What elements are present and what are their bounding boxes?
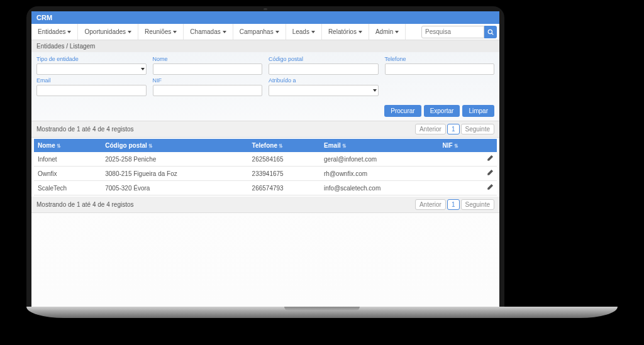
cell-nif xyxy=(439,181,482,195)
pager-prev[interactable]: Anterior xyxy=(415,124,446,134)
filter-form: Tipo de entidade Nome Código postal Tele… xyxy=(31,52,499,102)
cell-telefone: 262584165 xyxy=(248,152,320,167)
chevron-down-icon xyxy=(223,31,226,33)
exportar-button[interactable]: Exportar xyxy=(424,105,460,117)
breadcrumb-sep: / xyxy=(66,43,68,50)
sort-icon: ⇅ xyxy=(148,143,153,149)
nav-relatorios[interactable]: Relatórios xyxy=(322,24,369,40)
nav-chamadas[interactable]: Chamadas xyxy=(184,24,233,40)
filter-label-telefone: Telefone xyxy=(385,56,495,62)
filter-email[interactable] xyxy=(36,85,147,96)
chevron-down-icon xyxy=(275,31,279,33)
limpar-button[interactable]: Limpar xyxy=(462,105,494,117)
cell-email: info@scaletech.com xyxy=(320,181,438,195)
pager-next[interactable]: Seguinte xyxy=(461,199,494,210)
nav-label: Relatórios xyxy=(328,28,357,35)
filter-label-tipo: Tipo de entidade xyxy=(36,56,147,62)
nav-reunioes[interactable]: Reuniões xyxy=(138,24,184,40)
chevron-down-icon xyxy=(173,31,177,33)
filter-tipo-entidade[interactable] xyxy=(36,63,147,75)
filter-label-cp: Código postal xyxy=(269,56,379,62)
nav-label: Admin xyxy=(375,28,393,35)
nav-leads[interactable]: Leads xyxy=(286,24,322,40)
sort-icon: ⇅ xyxy=(454,143,458,149)
main-nav: Entidades Oportunidades Reuniões Chamada… xyxy=(31,24,499,40)
cell-cp: 7005-320 Évora xyxy=(101,181,248,195)
sort-icon: ⇅ xyxy=(279,143,283,149)
table-info-bottom: Mostrando de 1 até 4 de 4 registos xyxy=(36,201,415,208)
nav-label: Leads xyxy=(292,28,309,35)
nav-label: Chamadas xyxy=(190,28,220,35)
nav-oportunidades[interactable]: Oportunidades xyxy=(78,24,138,40)
webcam-notch xyxy=(264,8,267,10)
chevron-down-icon xyxy=(311,31,315,33)
chevron-down-icon xyxy=(67,31,71,33)
pager-next[interactable]: Seguinte xyxy=(461,124,494,134)
table-row: ScaleTech7005-320 Évora266574793info@sca… xyxy=(34,181,497,195)
app-brand: CRM xyxy=(31,11,499,24)
sort-icon: ⇅ xyxy=(342,143,347,149)
chevron-down-icon xyxy=(395,31,399,33)
col-label: Nome xyxy=(38,142,55,149)
nav-label: Oportunidades xyxy=(84,28,126,35)
cell-nome: Ownfix xyxy=(34,167,101,181)
cell-email: rh@ownfix.com xyxy=(320,167,438,181)
global-search-input[interactable] xyxy=(421,26,484,38)
col-nome[interactable]: Nome⇅ xyxy=(34,139,101,152)
filter-label-nome: Nome xyxy=(153,56,263,62)
filter-label-nif: NIF xyxy=(153,77,263,84)
cell-nif xyxy=(439,152,482,167)
filter-atribuido-a[interactable] xyxy=(269,85,379,96)
pager-bottom: Anterior 1 Seguinte xyxy=(415,199,494,210)
cell-email: geral@infonet.com xyxy=(320,152,438,167)
edit-icon[interactable] xyxy=(487,155,493,162)
cell-telefone: 233941675 xyxy=(248,167,320,181)
cell-nome: ScaleTech xyxy=(34,181,101,195)
col-cp[interactable]: Código postal⇅ xyxy=(101,139,248,152)
cell-nome: Infonet xyxy=(34,152,101,167)
nav-entidades[interactable]: Entidades xyxy=(31,24,78,40)
filter-nif[interactable] xyxy=(153,85,263,96)
edit-icon[interactable] xyxy=(487,184,493,190)
pager-top: Anterior 1 Seguinte xyxy=(415,124,494,134)
pager-page-1[interactable]: 1 xyxy=(447,124,460,134)
cell-cp: 2025-258 Peniche xyxy=(101,152,248,167)
filter-codigo-postal[interactable] xyxy=(269,63,379,75)
results-table: Nome⇅ Código postal⇅ Telefone⇅ Email⇅ NI… xyxy=(34,139,497,195)
laptop-base xyxy=(26,307,618,318)
col-nif[interactable]: NIF⇅ xyxy=(439,139,482,152)
pager-page-1[interactable]: 1 xyxy=(447,199,460,210)
breadcrumb: Entidades / Listagem xyxy=(31,40,499,52)
filter-label-atribuido: Atribuído a xyxy=(269,77,379,84)
nav-campanhas[interactable]: Campanhas xyxy=(233,24,286,40)
col-label: Email xyxy=(324,142,341,149)
filter-telefone[interactable] xyxy=(385,63,495,75)
col-label: NIF xyxy=(443,142,453,149)
svg-line-1 xyxy=(492,33,494,35)
col-telefone[interactable]: Telefone⇅ xyxy=(248,139,320,152)
filter-nome[interactable] xyxy=(153,63,263,75)
sort-asc-icon: ⇅ xyxy=(57,143,61,149)
pager-prev[interactable]: Anterior xyxy=(415,199,446,210)
procurar-button[interactable]: Procurar xyxy=(384,105,421,117)
search-icon xyxy=(487,29,494,35)
global-search-button[interactable] xyxy=(484,26,497,38)
table-row: Ownfix3080-215 Figueira da Foz233941675r… xyxy=(34,167,497,181)
svg-point-0 xyxy=(488,30,492,33)
edit-icon[interactable] xyxy=(487,170,493,176)
table-info-top: Mostrando de 1 até 4 de 4 registos xyxy=(36,126,415,133)
nav-label: Entidades xyxy=(38,28,65,35)
cell-nif xyxy=(439,167,482,181)
cell-telefone: 266574793 xyxy=(248,181,320,195)
col-email[interactable]: Email⇅ xyxy=(320,139,438,152)
nav-admin[interactable]: Admin xyxy=(369,24,406,40)
nav-label: Reuniões xyxy=(145,28,171,35)
breadcrumb-root[interactable]: Entidades xyxy=(36,43,64,50)
chevron-down-icon xyxy=(128,31,131,33)
chevron-down-icon xyxy=(358,31,362,33)
col-label: Código postal xyxy=(105,142,147,149)
col-label: Telefone xyxy=(252,142,277,149)
filter-label-email: Email xyxy=(36,77,147,84)
nav-label: Campanhas xyxy=(240,28,274,35)
cell-cp: 3080-215 Figueira da Foz xyxy=(101,167,248,181)
